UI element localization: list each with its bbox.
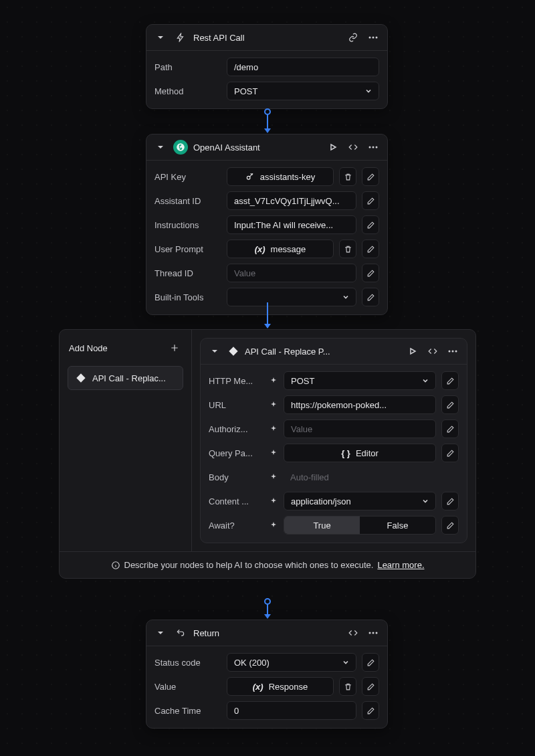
delete-button[interactable] <box>339 677 356 696</box>
edit-button[interactable] <box>362 191 379 210</box>
node-return: Return Status code OK (200) Value (x) Re… <box>146 620 388 729</box>
url-field[interactable]: https://pokemon-poked... <box>284 395 436 414</box>
code-icon[interactable] <box>346 626 360 640</box>
assistant-id-field[interactable]: asst_V7LcVQy1ITjLjjwvQ... <box>227 191 356 210</box>
sparkle-icon[interactable] <box>269 496 278 506</box>
edit-button[interactable] <box>441 419 459 438</box>
node-rest-api-call: Rest API Call Path /demo Method POST <box>146 24 388 109</box>
field-label: Content ... <box>209 496 263 506</box>
more-icon[interactable] <box>366 626 381 640</box>
code-icon[interactable] <box>346 140 360 155</box>
tools-select[interactable] <box>227 288 356 306</box>
edit-button[interactable] <box>362 701 379 720</box>
edit-button[interactable] <box>441 516 459 535</box>
edit-button[interactable] <box>362 288 379 306</box>
sparkle-icon[interactable] <box>269 400 278 409</box>
sparkle-icon[interactable] <box>269 448 278 458</box>
method-select[interactable]: POST <box>227 82 379 100</box>
braces-icon: { } <box>341 448 350 458</box>
node-header: OpenAI Assistant <box>146 134 387 161</box>
node-api-call: API Call - Replace P... HTTP Me... POST … <box>200 338 467 543</box>
svg-point-8 <box>452 351 454 353</box>
sparkle-icon[interactable] <box>269 472 278 482</box>
field-label: Value <box>154 682 221 692</box>
field-label: Body <box>209 472 263 482</box>
field-label: Built-in Tools <box>154 292 221 302</box>
svg-point-3 <box>369 147 371 149</box>
node-title: Rest API Call <box>193 33 340 43</box>
play-icon[interactable] <box>326 140 340 155</box>
edit-button[interactable] <box>362 167 379 186</box>
sparkle-icon[interactable] <box>269 521 278 530</box>
edit-button[interactable] <box>362 264 379 282</box>
user-prompt-field[interactable]: (x) message <box>227 240 334 258</box>
svg-point-11 <box>369 632 371 634</box>
query-editor-button[interactable]: { } Editor <box>284 444 436 462</box>
svg-point-12 <box>372 632 374 634</box>
svg-point-4 <box>372 147 374 149</box>
chevron-down-icon <box>342 659 349 666</box>
await-true-option[interactable]: True <box>284 516 360 534</box>
field-label: Method <box>154 86 221 96</box>
edit-button[interactable] <box>362 215 379 234</box>
more-icon[interactable] <box>366 140 381 155</box>
svg-point-9 <box>455 351 457 353</box>
lightning-icon <box>173 30 188 45</box>
field-label: Assistant ID <box>154 196 221 206</box>
plus-icon[interactable] <box>167 341 182 355</box>
http-method-select[interactable]: POST <box>284 371 436 390</box>
sidebar-item-api-call[interactable]: API Call - Replac... <box>68 366 183 390</box>
cache-time-field[interactable]: 0 <box>227 701 356 720</box>
content-type-select[interactable]: application/json <box>284 492 436 510</box>
edit-button[interactable] <box>441 395 459 414</box>
body-field: Auto-filled <box>284 468 459 486</box>
collapse-icon[interactable] <box>153 626 168 640</box>
collapse-icon[interactable] <box>153 30 168 45</box>
field-label: Authoriz... <box>209 424 263 434</box>
link-icon[interactable] <box>346 30 360 45</box>
svg-point-7 <box>449 351 451 353</box>
field-label: User Prompt <box>154 244 221 254</box>
value-field[interactable]: (x) Response <box>227 677 334 696</box>
connector <box>267 302 268 328</box>
status-select[interactable]: OK (200) <box>227 653 356 672</box>
path-input[interactable]: /demo <box>227 58 379 76</box>
instructions-field[interactable]: Input:The AI will receive... <box>227 215 356 234</box>
edit-button[interactable] <box>362 240 379 258</box>
more-icon[interactable] <box>445 344 460 359</box>
edit-button[interactable] <box>441 371 459 390</box>
sidebar-item-label: API Call - Replac... <box>92 373 176 383</box>
delete-button[interactable] <box>339 240 356 258</box>
chevron-down-icon <box>422 377 429 384</box>
svg-point-1 <box>372 37 374 39</box>
diamond-icon <box>75 372 87 384</box>
edit-button[interactable] <box>362 677 379 696</box>
edit-button[interactable] <box>441 444 459 462</box>
svg-point-5 <box>376 147 378 149</box>
diamond-icon <box>227 345 239 357</box>
edit-button[interactable] <box>441 492 459 510</box>
openai-icon <box>173 140 188 155</box>
edit-button[interactable] <box>362 653 379 672</box>
sparkle-icon[interactable] <box>269 376 278 385</box>
info-text: Describe your nodes to help AI to choose… <box>124 560 374 570</box>
key-icon <box>245 172 255 181</box>
code-icon[interactable] <box>425 344 440 359</box>
thread-id-field[interactable]: Value <box>227 264 356 282</box>
collapse-icon[interactable] <box>153 140 168 155</box>
sparkle-icon[interactable] <box>269 424 278 434</box>
svg-point-13 <box>376 632 378 634</box>
delete-button[interactable] <box>339 167 356 186</box>
api-key-field[interactable]: assistants-key <box>227 167 334 186</box>
await-toggle[interactable]: True False <box>284 516 436 535</box>
field-label: Cache Time <box>154 706 221 716</box>
await-false-option[interactable]: False <box>360 516 435 534</box>
play-icon[interactable] <box>405 344 420 359</box>
learn-more-link[interactable]: Learn more. <box>377 560 424 570</box>
field-label: Await? <box>209 521 263 531</box>
auth-field[interactable]: Value <box>284 419 436 438</box>
field-label: Query Pa... <box>209 448 263 458</box>
field-label: HTTP Me... <box>209 376 263 386</box>
collapse-icon[interactable] <box>207 344 222 359</box>
more-icon[interactable] <box>366 30 381 45</box>
